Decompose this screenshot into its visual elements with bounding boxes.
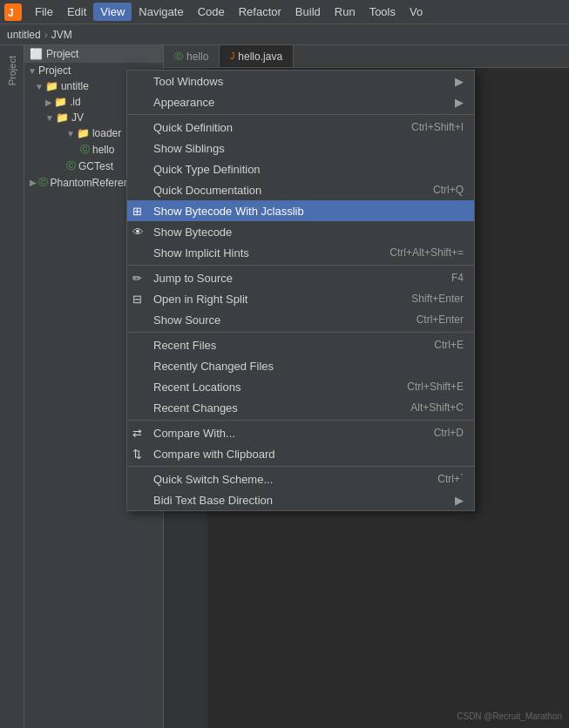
menu-item-quick-doc[interactable]: Quick Documentation Ctrl+Q [127,179,474,200]
menu-item-label: Recent Changes [153,401,410,415]
main-area: Project ⬜ Project ▼ Project ▼ 📁 untitle … [0,45,569,728]
tab-icon-java: J [230,51,234,61]
menu-bar: J File Edit View Navigate Code Refactor … [0,0,569,24]
compare2-icon: ⇅ [132,448,142,461]
breadcrumb: untitled › JVM [0,24,569,45]
menu-item-show-bytecode[interactable]: 👁 Show Bytecode [127,221,474,242]
menu-refactor[interactable]: Refactor [232,3,288,21]
eye-icon: 👁 [132,226,144,239]
menu-item-label: Open in Right Split [153,293,411,306]
svg-text:J: J [8,7,14,19]
arrow-icon: ▶ [30,178,37,187]
tree-label: untitle [61,80,89,92]
menu-item-show-bytecode-jclasslib[interactable]: ⊞ Show Bytecode With Jclasslib [127,200,474,221]
menu-item-label: Quick Documentation [153,184,433,197]
side-tab-project[interactable]: Project [3,49,21,92]
menu-item-appearance[interactable]: Appearance ▶ [127,91,474,112]
menu-item-label: Show Siblings [153,142,464,155]
menu-item-label: Recent Files [153,339,434,352]
tree-label: hello [92,144,114,156]
menu-build[interactable]: Build [288,3,328,21]
menu-item-show-source[interactable]: Show Source Ctrl+Enter [127,309,474,330]
menu-file[interactable]: File [28,3,60,21]
folder-icon: 📁 [54,96,67,108]
tab-label-hello: hello [186,51,208,63]
menu-item-label: Appearance [153,96,455,109]
shortcut-label: Ctrl+Shift+I [411,121,464,133]
menu-item-label: Quick Switch Scheme... [153,473,437,486]
tab-icon-hello: ⓒ [174,51,183,63]
menu-item-label: Jump to Source [153,272,451,285]
menu-item-recent-files[interactable]: Recent Files Ctrl+E [127,334,474,355]
menu-item-label: Show Implicit Hints [153,246,389,260]
menu-item-compare-clipboard[interactable]: ⇅ Compare with Clipboard [127,443,474,464]
bytecode-icon: ⊞ [132,205,142,218]
app-icon: J [3,3,23,22]
menu-item-label: Bidi Text Base Direction [153,494,455,507]
menu-item-recently-changed[interactable]: Recently Changed Files [127,355,474,376]
tree-label: loader [92,127,121,139]
menu-vo[interactable]: Vo [403,3,430,21]
project-header-icon: ⬜ [30,48,43,60]
menu-tools[interactable]: Tools [362,3,403,21]
arrow-icon: ▼ [35,82,44,91]
compare-icon: ⇄ [132,427,142,440]
project-header: ⬜ Project [24,45,163,63]
folder-icon: 📁 [77,127,90,139]
separator-3 [127,332,474,333]
menu-item-label: Compare With... [153,427,434,440]
menu-navigate[interactable]: Navigate [132,3,190,21]
shortcut-label: Alt+Shift+C [410,401,464,414]
folder-icon: 📁 [45,80,58,92]
shortcut-label: Shift+Enter [411,293,464,305]
separator-5 [127,466,474,467]
split-icon: ⊟ [132,293,142,306]
menu-item-jump-source[interactable]: ✏ Jump to Source F4 [127,267,474,288]
tab-hello[interactable]: ⓒ hello [164,45,220,67]
menu-item-bidi-text[interactable]: Bidi Text Base Direction ▶ [127,489,474,510]
tree-label: Project [38,64,71,77]
menu-item-quick-def[interactable]: Quick Definition Ctrl+Shift+I [127,117,474,138]
menu-item-compare-with[interactable]: ⇄ Compare With... Ctrl+D [127,422,474,443]
menu-item-label: Quick Type Definition [153,163,464,176]
tree-label: .id [70,96,81,108]
pencil-icon: ✏ [132,272,142,285]
menu-item-label: Tool Windows [153,75,455,88]
class-file-icon: ⓒ [80,143,90,156]
menu-view[interactable]: View [93,3,132,21]
editor-tabs: ⓒ hello J hello.java [164,45,569,68]
tab-hello-java[interactable]: J hello.java [220,45,294,67]
shortcut-label: Ctrl+` [437,473,464,485]
menu-item-label: Recent Locations [153,381,407,394]
arrow-icon: ▼ [28,66,37,76]
breadcrumb-item-1[interactable]: untitled [7,29,41,41]
menu-code[interactable]: Code [191,3,232,21]
menu-item-quick-switch[interactable]: Quick Switch Scheme... Ctrl+` [127,468,474,489]
menu-item-tool-windows[interactable]: Tool Windows ▶ [127,71,474,91]
menu-edit[interactable]: Edit [60,3,93,21]
menu-item-recent-changes[interactable]: Recent Changes Alt+Shift+C [127,397,474,418]
tab-label-java: hello.java [238,51,282,63]
shortcut-label: Ctrl+D [434,427,464,439]
breadcrumb-sep: › [44,29,48,41]
menu-item-label: Show Source [153,313,417,327]
watermark: CSDN @Recruit_Marathon [457,711,562,721]
shortcut-label: Ctrl+Alt+Shift+= [389,246,464,259]
menu-run[interactable]: Run [328,3,362,21]
menu-item-show-siblings[interactable]: Show Siblings [127,138,474,158]
project-header-label: Project [46,48,78,60]
shortcut-label: Ctrl+Q [433,184,464,196]
breadcrumb-item-2[interactable]: JVM [51,29,72,41]
menu-item-show-hints[interactable]: Show Implicit Hints Ctrl+Alt+Shift+= [127,242,474,263]
separator-2 [127,265,474,266]
shortcut-label: Ctrl+Enter [417,313,464,326]
arrow-icon: ▶ [45,98,52,107]
menu-item-label: Quick Definition [153,121,411,134]
tree-label: JV [71,111,84,124]
submenu-arrow-icon: ▶ [455,96,464,109]
folder-icon: 📁 [56,111,69,124]
menu-item-recent-locations[interactable]: Recent Locations Ctrl+Shift+E [127,376,474,397]
menu-item-quick-type[interactable]: Quick Type Definition [127,158,474,179]
menu-item-open-right-split[interactable]: ⊟ Open in Right Split Shift+Enter [127,288,474,309]
shortcut-label: Ctrl+Shift+E [407,381,464,393]
